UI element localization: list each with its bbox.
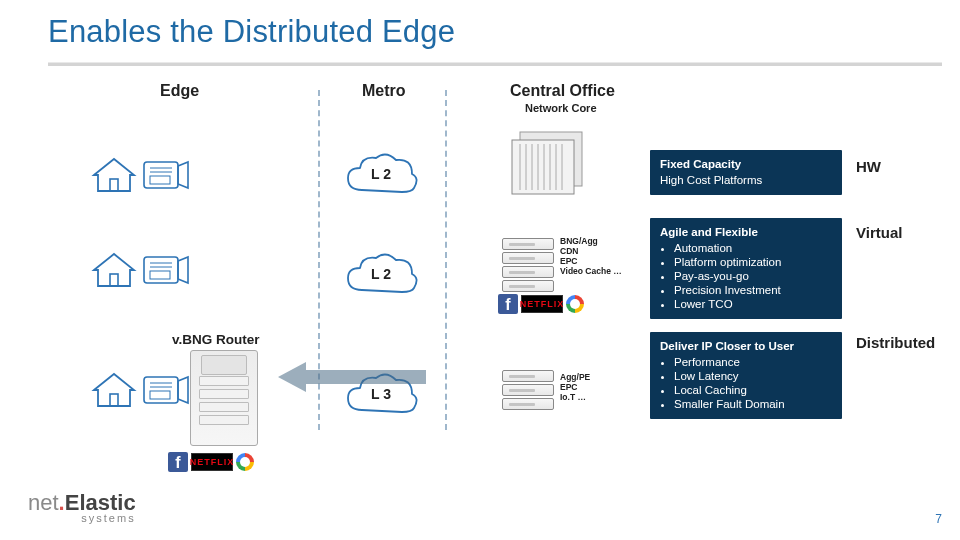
callout-bullet: Smaller Fault Domain <box>674 397 832 411</box>
ont-icon <box>142 251 190 293</box>
google-icon <box>236 453 254 471</box>
callout-bullet: Platform optimization <box>674 255 832 269</box>
netflix-icon: NETFLIX <box>521 295 563 313</box>
callout-bullet: Performance <box>674 355 832 369</box>
svg-rect-9 <box>150 271 170 279</box>
title-rule <box>48 62 942 66</box>
svg-rect-5 <box>110 274 118 286</box>
cloud-r2: L 2 <box>342 250 420 300</box>
callout-bullet: Pay-as-you-go <box>674 269 832 283</box>
col-header-edge: Edge <box>160 82 199 100</box>
server-label: EPC <box>560 256 622 266</box>
server-labels-r3: Agg/PE EPC Io.T … <box>560 372 590 402</box>
tag-virtual: Virtual <box>856 224 902 241</box>
server-labels-r2: BNG/Agg CDN EPC Video Cache … <box>560 236 622 276</box>
vbng-router-label: v.BNG Router <box>172 332 260 347</box>
server-stack-r3 <box>502 370 554 412</box>
server-label: EPC <box>560 382 590 392</box>
col-subheader-core: Network Core <box>525 102 597 114</box>
callout-virtual: Agile and Flexible Automation Platform o… <box>650 218 842 319</box>
facebook-icon: f <box>498 294 518 314</box>
ont-icon <box>142 156 190 198</box>
callout-bullet: Local Caching <box>674 383 832 397</box>
page-number: 7 <box>935 512 942 526</box>
arrow-left-icon <box>276 360 426 394</box>
netflix-icon: NETFLIX <box>191 453 233 471</box>
house-icon <box>90 250 138 294</box>
tag-distributed: Distributed <box>856 334 935 351</box>
tag-hw: HW <box>856 158 881 175</box>
edge-premise-r1 <box>90 155 190 199</box>
server-label: Io.T … <box>560 392 590 402</box>
callout-bullet: Lower TCO <box>674 297 832 311</box>
vbng-cabinet-icon <box>190 350 258 446</box>
core-chassis-icon <box>506 130 596 200</box>
svg-rect-16 <box>512 140 574 194</box>
svg-rect-14 <box>150 391 170 399</box>
app-icons-central: f NETFLIX <box>498 294 584 314</box>
callout-head: Deliver IP Closer to User <box>660 339 832 353</box>
house-icon <box>90 155 138 199</box>
callout-distributed: Deliver IP Closer to User Performance Lo… <box>650 332 842 419</box>
slide: Enables the Distributed Edge Edge Metro … <box>0 0 960 540</box>
brand-logo: net.Elastic systems <box>28 490 136 524</box>
callout-bullet: Automation <box>674 241 832 255</box>
server-label: Agg/PE <box>560 372 590 382</box>
edge-premise-r2 <box>90 250 190 294</box>
server-label: Video Cache … <box>560 266 622 276</box>
brand-part-a: net <box>28 490 59 515</box>
facebook-icon: f <box>168 452 188 472</box>
col-header-central: Central Office <box>510 82 615 100</box>
svg-rect-4 <box>150 176 170 184</box>
callout-sub: High Cost Platforms <box>660 173 832 187</box>
house-icon <box>90 370 138 414</box>
col-header-metro: Metro <box>362 82 406 100</box>
edge-premise-r3 <box>90 370 190 414</box>
server-stack-r2 <box>502 238 554 294</box>
cloud-label: L 2 <box>342 266 420 282</box>
server-label: BNG/Agg <box>560 236 622 246</box>
callout-bullet: Precision Investment <box>674 283 832 297</box>
callout-bullet: Low Latency <box>674 369 832 383</box>
cloud-r1: L 2 <box>342 150 420 200</box>
app-icons-edge: f NETFLIX <box>168 452 254 472</box>
callout-hw: Fixed Capacity High Cost Platforms <box>650 150 842 195</box>
divider-metro-central <box>445 90 447 430</box>
callout-head: Agile and Flexible <box>660 225 832 239</box>
server-label: CDN <box>560 246 622 256</box>
callout-head: Fixed Capacity <box>660 157 832 171</box>
google-icon <box>566 295 584 313</box>
svg-rect-10 <box>110 394 118 406</box>
slide-title: Enables the Distributed Edge <box>48 14 455 50</box>
ont-icon <box>142 371 190 413</box>
cloud-label: L 2 <box>342 166 420 182</box>
svg-rect-0 <box>110 179 118 191</box>
